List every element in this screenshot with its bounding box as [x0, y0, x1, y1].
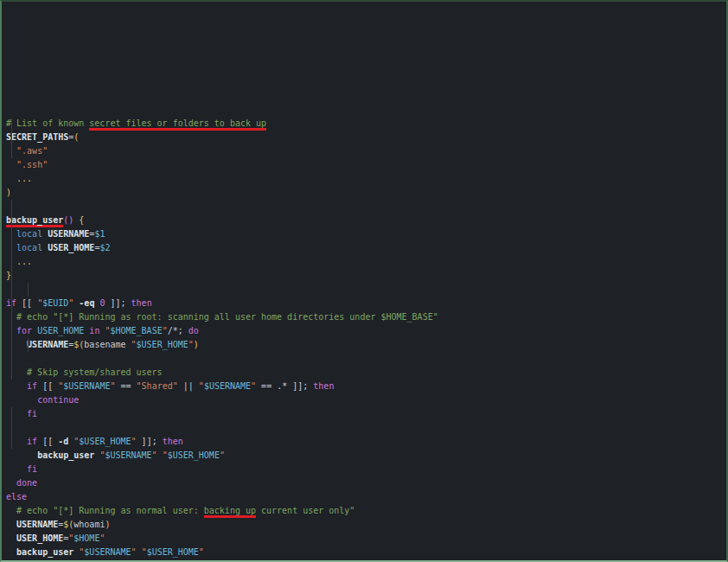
code-token: (	[73, 132, 79, 142]
code-line: ".ssh"	[6, 158, 723, 172]
code-line: # echo "[*] Running as root: scanning al…	[6, 310, 723, 324]
code-editor[interactable]: # List of known secret files or folders …	[2, 2, 726, 562]
code-token: USER_HOME	[37, 326, 84, 335]
code-token: # echo "[*] Running as normal user:	[6, 506, 204, 515]
code-token: USERNAME	[27, 340, 68, 349]
code-token: USER_HOME	[48, 243, 94, 252]
code-token: then	[163, 437, 183, 446]
code-token: ==	[115, 381, 136, 391]
code-token	[6, 464, 27, 474]
code-token: then	[131, 298, 152, 308]
code-line: ...	[6, 255, 723, 269]
code-line	[6, 352, 723, 366]
code-token: -d	[58, 437, 68, 446]
code-token: $USER_HOME	[79, 437, 131, 446]
code-token: ...	[6, 174, 32, 183]
code-token: ...	[6, 257, 32, 266]
code-token: do	[188, 326, 199, 335]
code-token: for	[16, 326, 32, 335]
code-token: $USERNAME	[63, 381, 110, 391]
code-token: then	[313, 381, 334, 391]
code-line: USERNAME=$(whoami)	[6, 518, 723, 532]
code-line: # echo "[*] Running as normal user: back…	[6, 504, 723, 518]
code-token: USERNAME	[16, 520, 58, 529]
code-line: # Skip system/shared users	[6, 366, 723, 380]
indent-guide	[28, 283, 29, 297]
code-token: $USERNAME	[204, 381, 251, 391]
code-token: ]];	[137, 437, 163, 446]
code-token: continue	[37, 395, 79, 405]
code-token	[6, 533, 16, 543]
code-line: done	[6, 476, 723, 490]
code-token: $1	[94, 229, 105, 239]
code-token: else	[6, 492, 27, 501]
code-token: ".aws"	[16, 146, 48, 156]
code-token: ]];	[105, 298, 131, 308]
code-token: ".ssh"	[16, 160, 48, 169]
code-token: fi	[27, 409, 37, 418]
annotation-underlined-text: backing up	[204, 506, 256, 515]
code-token: backup_user	[37, 450, 94, 460]
code-line: continue	[6, 393, 723, 407]
code-token: "	[199, 547, 204, 557]
code-token	[6, 409, 27, 418]
code-line: if [[ "$EUID" -eq 0 ]]; then	[6, 297, 723, 310]
code-token: ||	[178, 381, 199, 391]
code-token: fi	[27, 464, 37, 474]
code-line: )	[6, 186, 723, 200]
indent-guide	[11, 118, 12, 158]
code-token: $USER_HOME	[137, 340, 188, 349]
code-token: )	[194, 340, 199, 349]
code-token	[6, 547, 16, 557]
indent-guide	[28, 338, 29, 352]
code-token: whoami	[73, 520, 105, 529]
code-token: $(	[63, 520, 73, 529]
annotation-underlined-text: backup_user	[6, 215, 63, 225]
code-token: $2	[99, 243, 110, 252]
annotation-underlined-text: secret files or folders to back up	[89, 118, 266, 128]
code-token: $USER_HOME	[168, 450, 220, 460]
code-token: $USERNAME	[105, 450, 151, 460]
code-token: in	[89, 326, 99, 335]
code-token: == .* ]];	[256, 381, 313, 391]
indent-guide	[11, 407, 12, 449]
code-token: backup_user	[16, 547, 73, 557]
code-line: USER_HOME="$HOME"	[6, 532, 723, 546]
code-token	[6, 437, 27, 446]
code-token: "Shared"	[137, 381, 178, 391]
code-token: # List of known	[6, 118, 89, 128]
code-token: "	[99, 533, 105, 543]
code-token	[6, 478, 16, 488]
code-token	[6, 340, 27, 349]
code-token: ()	[63, 215, 73, 225]
code-token: /*;	[168, 326, 188, 335]
code-line: for USER_HOME in "$HOME_BASE"/*; do	[6, 324, 723, 338]
indent-guide	[11, 200, 12, 380]
code-line: ".aws"	[6, 144, 723, 158]
code-line: fi	[6, 463, 723, 476]
code-token: basename	[84, 340, 131, 349]
code-line	[6, 200, 723, 214]
code-token: SECRET_PATHS	[6, 132, 68, 142]
code-line	[6, 283, 723, 297]
code-token: )	[105, 520, 110, 529]
code-token: -eq	[79, 298, 94, 308]
code-line: local USER_HOME=$2	[6, 241, 723, 255]
code-token: $(	[73, 340, 84, 349]
terminal-window: { "palette": { "background": "#1e2126", …	[0, 0, 728, 562]
code-line: # List of known secret files or folders …	[6, 117, 723, 131]
code-line: backup_user "$USERNAME" "$USER_HOME"	[6, 449, 723, 463]
code-token	[6, 160, 16, 169]
code-token: $HOME	[73, 533, 99, 543]
code-line: ...	[6, 172, 723, 186]
code-line: backup_user() {	[6, 214, 723, 227]
code-token: $USER_HOME	[147, 547, 199, 557]
code-line: SECRET_PATHS=(	[6, 131, 723, 144]
code-line: local USERNAME=$1	[6, 227, 723, 241]
code-line: fi	[6, 407, 723, 421]
code-line: }	[6, 269, 723, 283]
code-lines: # List of known secret files or folders …	[6, 117, 723, 562]
code-line: if [[ -d "$USER_HOME" ]]; then	[6, 435, 723, 449]
code-token: {	[79, 215, 84, 225]
code-token: current user only"	[256, 506, 354, 515]
